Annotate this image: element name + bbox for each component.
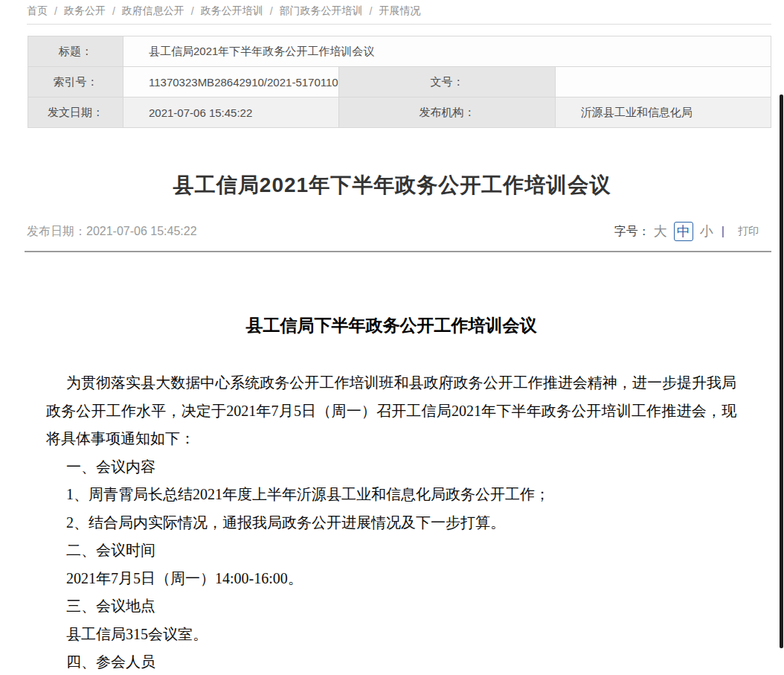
article-paragraph: 1、周青霄局长总结2021年度上半年沂源县工业和信息化局政务公开工作； bbox=[46, 481, 736, 509]
breadcrumb-item[interactable]: 首页 / bbox=[27, 4, 64, 18]
font-size-medium-button[interactable]: 中 bbox=[674, 222, 693, 241]
article-paragraph: 县工信局315会议室。 bbox=[46, 621, 736, 649]
page: 首页 / 政务公开 / 政府信息公开 / 政务公开培训 / 部门政务公开培训 / bbox=[0, 0, 784, 675]
breadcrumb-item[interactable]: 政府信息公开 / bbox=[122, 4, 201, 18]
breadcrumb-label[interactable]: 开展情况 bbox=[379, 4, 420, 18]
article-paragraph: 2021年7月5日（周一）14:00-16:00。 bbox=[46, 565, 736, 593]
breadcrumb-label[interactable]: 政务公开 bbox=[64, 4, 106, 18]
article-paragraph: 一、会议内容 bbox=[46, 453, 736, 482]
font-size-controls: 字号： 大 中 小 | 打印 bbox=[614, 222, 759, 241]
article-body: 为贯彻落实县大数据中心系统政务公开工作培训班和县政府政务公开工作推进会精神，进一… bbox=[46, 369, 736, 675]
font-size-small-button[interactable]: 小 bbox=[700, 223, 713, 240]
meta-title-label: 标题： bbox=[28, 36, 123, 67]
breadcrumb-label[interactable]: 首页 bbox=[27, 4, 48, 18]
article-paragraph: 三、会议地点 bbox=[46, 592, 736, 621]
breadcrumb-label[interactable]: 部门政务公开培训 bbox=[280, 4, 363, 18]
document-meta-table: 标题： 县工信局2021年下半年政务公开工作培训会议 索引号： 11370323… bbox=[28, 36, 771, 128]
article-paragraph: 二、会议时间 bbox=[46, 537, 736, 565]
meta-index-label: 索引号： bbox=[28, 67, 123, 97]
page-title: 县工信局2021年下半年政务公开工作培训会议 bbox=[0, 171, 784, 199]
scrollbar-thumb[interactable] bbox=[780, 95, 783, 648]
breadcrumb-label[interactable]: 政府信息公开 bbox=[122, 4, 184, 18]
table-row: 索引号： 11370323MB28642910/2021-5170110 文号： bbox=[28, 67, 771, 97]
table-row: 标题： 县工信局2021年下半年政务公开工作培训会议 bbox=[28, 36, 771, 67]
publish-date: 发布日期：2021-07-06 15:45:22 bbox=[27, 224, 197, 240]
breadcrumb-item[interactable]: 部门政务公开培训 / bbox=[280, 4, 379, 18]
breadcrumb-separator: / bbox=[370, 5, 373, 17]
header-divider bbox=[25, 251, 771, 252]
separator-bar: | bbox=[722, 225, 724, 238]
print-button[interactable]: 打印 bbox=[738, 225, 759, 238]
meta-docnum-label: 文号： bbox=[339, 67, 555, 97]
article-meta-bar: 发布日期：2021-07-06 15:45:22 字号： 大 中 小 | 打印 bbox=[27, 222, 759, 241]
table-row: 发文日期： 2021-07-06 15:45:22 发布机构： 沂源县工业和信息… bbox=[28, 97, 771, 128]
font-size-label: 字号： bbox=[614, 224, 650, 240]
breadcrumb-separator: / bbox=[112, 5, 115, 17]
article-paragraph: 为贯彻落实县大数据中心系统政务公开工作培训班和县政府政务公开工作推进会精神，进一… bbox=[46, 369, 736, 453]
meta-date-label: 发文日期： bbox=[28, 97, 123, 128]
breadcrumb-item[interactable]: 开展情况 / bbox=[379, 4, 420, 18]
font-size-large-button[interactable]: 大 bbox=[654, 223, 667, 240]
meta-agency-label: 发布机构： bbox=[339, 97, 555, 128]
breadcrumb: 首页 / 政务公开 / 政府信息公开 / 政务公开培训 / 部门政务公开培训 / bbox=[27, 4, 420, 18]
breadcrumb-label[interactable]: 政务公开培训 bbox=[201, 4, 263, 18]
meta-agency-value: 沂源县工业和信息化局 bbox=[555, 97, 771, 128]
breadcrumb-separator: / bbox=[191, 5, 194, 17]
meta-title-value: 县工信局2021年下半年政务公开工作培训会议 bbox=[123, 36, 771, 67]
breadcrumb-item[interactable]: 政务公开培训 / bbox=[201, 4, 280, 18]
meta-date-value: 2021-07-06 15:45:22 bbox=[123, 97, 339, 128]
article-paragraph: 四、参会人员 bbox=[46, 648, 736, 675]
breadcrumb-separator: / bbox=[270, 5, 273, 17]
article: 县工信局下半年政务公开工作培训会议 为贯彻落实县大数据中心系统政务公开工作培训班… bbox=[46, 316, 736, 675]
article-body-title: 县工信局下半年政务公开工作培训会议 bbox=[46, 316, 736, 336]
meta-index-value: 11370323MB28642910/2021-5170110 bbox=[123, 67, 339, 97]
breadcrumb-separator: / bbox=[54, 5, 57, 17]
breadcrumb-divider bbox=[27, 24, 771, 25]
breadcrumb-item[interactable]: 政务公开 / bbox=[64, 4, 122, 18]
meta-docnum-value bbox=[555, 67, 771, 97]
article-paragraph: 2、结合局内实际情况，通报我局政务公开进展情况及下一步打算。 bbox=[46, 509, 736, 537]
